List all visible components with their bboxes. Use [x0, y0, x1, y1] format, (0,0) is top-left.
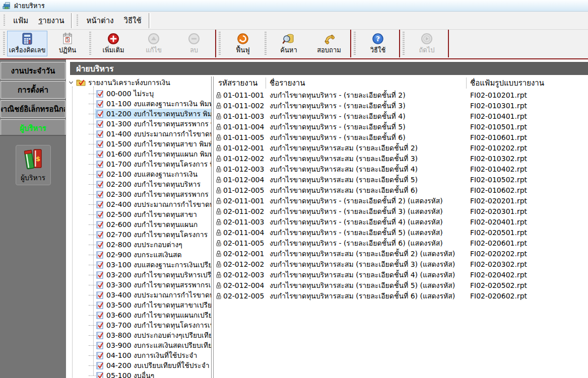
- tree-item[interactable]: 02-900 งบกระแสเงินสด: [66, 250, 211, 260]
- report-file: FI02-020402.rpt: [467, 271, 588, 279]
- grip[interactable]: [77, 15, 78, 27]
- tree-root-label: รายงานวิเคราะห์งบการเงิน: [88, 77, 170, 88]
- help-button[interactable]: ? วิธีใช้: [358, 31, 398, 56]
- tree-item[interactable]: 03-100 งบแสดงฐานะการเงินเปรียบ: [66, 260, 211, 270]
- delete-button: ลบ: [174, 31, 214, 56]
- column-header-name[interactable]: ชื่อรายงาน: [266, 78, 467, 89]
- sidebar-management[interactable]: ผู้บริหาร: [1, 119, 66, 137]
- calculator-button[interactable]: เครื่องคิดเลข: [7, 31, 47, 56]
- report-doc-check-icon: [96, 291, 103, 299]
- report-doc-check-icon: [96, 171, 103, 178]
- tree-item[interactable]: 02-500 งบกำไรขาดทุนสาขา: [66, 209, 211, 219]
- งบกำไรขาดทุนบริหารสะสม (รายละเอียดชั้นที่ 4) (แสดงรหัส)[interactable]: 02-012-003 งบกำไรขาดทุนบริหารสะสม (รายละ…: [214, 269, 588, 280]
- grip[interactable]: [89, 32, 91, 55]
- tree-item[interactable]: 02-300 งบกำไรขาดทุนสรรพากร: [66, 189, 211, 199]
- search-button[interactable]: ค้นหา: [269, 31, 309, 56]
- tree-item[interactable]: 03-200 งบกำไรขาดทุนบริหารเปรียบ: [66, 270, 211, 280]
- report-file: FI02-010601.rpt: [467, 133, 588, 141]
- add-button[interactable]: เพิ่มเติม: [93, 31, 134, 56]
- column-header-code[interactable]: รหัสรายงาน: [214, 78, 266, 89]
- งบกำไรขาดทุนบริหารสะสม (รายละเอียดชั้นที่ 2)[interactable]: 01-012-001 งบกำไรขาดทุนบริหารสะสม (รายละ…: [214, 142, 588, 153]
- report-doc-check-icon: [96, 362, 103, 369]
- งบกำไรขาดทุนบริหารสะสม (รายละเอียดชั้นที่ 6) (แสดงรหัส)[interactable]: 02-012-005 งบกำไรขาดทุนบริหารสะสม (รายละ…: [214, 290, 588, 301]
- report-doc-check-icon: [96, 241, 103, 249]
- tree-item[interactable]: 03-800 งบประกอบต่างๆเปรียบเทียบ: [66, 330, 211, 340]
- tree-item[interactable]: 03-900 งบกระแสเงินสดเปรียบเทียบ: [66, 340, 211, 350]
- tree-item[interactable]: 01-300 งบกำไรขาดทุนสรรพากร พิ: [66, 119, 211, 129]
- งบกำไรขาดทุนบริหาร - (รายละเอียดชั้นที่ 4) (แสดงรหัส)[interactable]: 02-011-003 งบกำไรขาดทุนบริหาร - (รายละเอ…: [214, 216, 588, 227]
- grip[interactable]: [265, 32, 267, 55]
- report-name: งบกำไรขาดทุนบริหาร - (รายละเอียดชั้นที่ …: [266, 195, 467, 206]
- chevron-down-icon[interactable]: [69, 80, 74, 85]
- grip[interactable]: [354, 32, 356, 55]
- tree-item[interactable]: 02-400 งบประมาณการกำไรขาดทุน: [66, 199, 211, 209]
- column-header-file[interactable]: ชื่อแฟ้มรูปแบบรายงาน: [467, 78, 588, 89]
- sidebar-settings[interactable]: การตั้งค่า: [1, 81, 66, 99]
- edit-icon: [147, 31, 160, 46]
- งบกำไรขาดทุนบริหารสะสม (รายละเอียดชั้นที่ 5)[interactable]: 01-012-004 งบกำไรขาดทุนบริหารสะสม (รายละ…: [214, 174, 588, 185]
- tree-root-node[interactable]: รายงานวิเคราะห์งบการเงิน: [66, 77, 211, 89]
- report-tree-panel: รายงานวิเคราะห์งบการเงิน 00-000 ไม่ระบุ …: [66, 77, 212, 378]
- menu-help[interactable]: วิธีใช้: [119, 13, 147, 28]
- งบกำไรขาดทุนบริหาร - (รายละเอียดชั้นที่ 4)[interactable]: 01-011-003 งบกำไรขาดทุนบริหาร - (รายละเอ…: [214, 111, 588, 121]
- management-shortcut-button[interactable]: $ ผู้บริหาร: [16, 145, 51, 185]
- งบกำไรขาดทุนบริหาร - (รายละเอียดชั้นที่ 6)[interactable]: 01-011-005 งบกำไรขาดทุนบริหาร - (รายละเอ…: [214, 132, 588, 142]
- งบกำไรขาดทุนบริหารสะสม (รายละเอียดชั้นที่ 4)[interactable]: 01-012-003 งบกำไรขาดทุนบริหารสะสม (รายละ…: [214, 164, 588, 174]
- grip[interactable]: [3, 32, 5, 55]
- tree-item[interactable]: 01-100 งบแสดงฐานะการเงิน พิมพ์เ: [66, 99, 211, 109]
- tree-item[interactable]: 03-700 งบกำไรขาดทุนโครงการเปรี: [66, 320, 211, 330]
- phone-icon: [322, 31, 336, 46]
- tree-item[interactable]: 02-200 งบกำไรขาดทุนบริหาร: [66, 179, 211, 189]
- grip[interactable]: [4, 15, 5, 27]
- งบกำไรขาดทุนบริหารสะสม (รายละเอียดชั้นที่ 2) (แสดงรหัส)[interactable]: 02-012-001 งบกำไรขาดทุนบริหารสะสม (รายละ…: [214, 248, 588, 259]
- tree-item[interactable]: 03-400 งบประมาณการกำไรขาดทุน: [66, 290, 211, 300]
- tree-item[interactable]: 01-600 งบกำไรขาดทุนแผนก พิมพ์: [66, 149, 211, 159]
- tree-item[interactable]: 02-800 งบประกอบต่างๆ: [66, 240, 211, 250]
- menu-report[interactable]: รายงาน: [33, 13, 69, 28]
- งบกำไรขาดทุนบริหารสะสม (รายละเอียดชั้นที่ 6)[interactable]: 01-012-005 งบกำไรขาดทุนบริหารสะสม (รายละ…: [214, 185, 588, 195]
- tree-item[interactable]: 04-100 งบการเงินที่ใช้ประจำ: [66, 350, 211, 360]
- sidebar-ecommerce[interactable]: พาณิชย์อิเล็กทรอนิกส์: [1, 100, 66, 118]
- งบกำไรขาดทุนบริหารสะสม (รายละเอียดชั้นที่ 5) (แสดงรหัส)[interactable]: 02-012-004 งบกำไรขาดทุนบริหารสะสม (รายละ…: [214, 280, 588, 290]
- calendar-icon: 5: [61, 31, 74, 46]
- refresh-button[interactable]: ฟื้นฟู: [223, 31, 263, 56]
- งบกำไรขาดทุนบริหาร - (รายละเอียดชั้นที่ 6) (แสดงรหัส)[interactable]: 02-011-005 งบกำไรขาดทุนบริหาร - (รายละเอ…: [214, 238, 588, 248]
- tree-item[interactable]: 03-300 งบกำไรขาดทุนสรรพากรเป: [66, 280, 211, 290]
- tree-item[interactable]: 01-400 งบประมาณการกำไรขาดทุน: [66, 129, 211, 139]
- lock-icon: [216, 240, 222, 247]
- tree-item[interactable]: 03-500 งบกำไรขาดทุนสาขาเปรียบ: [66, 300, 211, 310]
- งบกำไรขาดทุนบริหารสะสม (รายละเอียดชั้นที่ 3) (แสดงรหัส)[interactable]: 02-012-002 งบกำไรขาดทุนบริหารสะสม (รายละ…: [214, 259, 588, 269]
- tree-item[interactable]: 01-700 งบกำไรขาดทุนโครงการ พิม: [66, 159, 211, 169]
- lock-icon: [216, 271, 222, 278]
- grip[interactable]: [219, 32, 221, 55]
- งบกำไรขาดทุนบริหาร - (รายละเอียดชั้นที่ 3) (แสดงรหัส)[interactable]: 02-011-002 งบกำไรขาดทุนบริหาร - (รายละเอ…: [214, 206, 588, 216]
- menu-file[interactable]: แฟ้ม: [8, 13, 33, 28]
- tree-item[interactable]: 03-600 งบกำไรขาดทุนแผนกเปรียบ: [66, 310, 211, 320]
- tree-item[interactable]: 00-000 ไม่ระบุ: [66, 89, 211, 99]
- tree-item[interactable]: 02-100 งบแสดงฐานะการเงิน: [66, 169, 211, 179]
- งบกำไรขาดทุนบริหารสะสม (รายละเอียดชั้นที่ 3)[interactable]: 01-012-002 งบกำไรขาดทุนบริหารสะสม (รายละ…: [214, 153, 588, 164]
- งบกำไรขาดทุนบริหาร - (รายละเอียดชั้นที่ 2)[interactable]: 01-011-001 งบกำไรขาดทุนบริหาร - (รายละเอ…: [214, 90, 588, 100]
- tree-item[interactable]: 02-700 งบกำไรขาดทุนโครงการ: [66, 230, 211, 240]
- งบกำไรขาดทุนบริหาร - (รายละเอียดชั้นที่ 5)[interactable]: 01-011-004 งบกำไรขาดทุนบริหาร - (รายละเอ…: [214, 121, 588, 132]
- tree-item[interactable]: 01-500 งบกำไรขาดทุนสาขา พิมพ์เ: [66, 139, 211, 149]
- sidebar-daily-work[interactable]: งานประจำวัน: [1, 62, 66, 80]
- report-table-panel: รหัสรายงาน ชื่อรายงาน ชื่อแฟ้มรูปแบบรายง…: [213, 77, 588, 378]
- tree-item[interactable]: 01-200 งบกำไรขาดทุนบริหาร พิมพ์: [66, 109, 211, 119]
- tree-item[interactable]: 04-200 งบเปรียบเทียบที่ใช้ประจำ: [66, 360, 211, 370]
- report-code: 02-012-005: [223, 292, 264, 300]
- lock-icon: [216, 218, 222, 225]
- report-file: FI02-020501.rpt: [467, 229, 588, 237]
- งบกำไรขาดทุนบริหาร - (รายละเอียดชั้นที่ 3)[interactable]: 01-011-002 งบกำไรขาดทุนบริหาร - (รายละเอ…: [214, 100, 588, 111]
- งบกำไรขาดทุนบริหาร - (รายละเอียดชั้นที่ 5) (แสดงรหัส)[interactable]: 02-011-004 งบกำไรขาดทุนบริหาร - (รายละเอ…: [214, 227, 588, 238]
- menu-window[interactable]: หน้าต่าง: [81, 13, 118, 28]
- tree-item[interactable]: 02-600 งบกำไรขาดทุนแผนก: [66, 219, 211, 230]
- งบกำไรขาดทุนบริหาร - (รายละเอียดชั้นที่ 2) (แสดงรหัส)[interactable]: 02-011-001 งบกำไรขาดทุนบริหาร - (รายละเอ…: [214, 195, 588, 206]
- sidebar-lower-panel: $ ผู้บริหาร: [0, 135, 66, 378]
- window-titlebar: ฝ่ายบริหาร: [0, 0, 588, 12]
- tree-item[interactable]: 05-100 งบอื่นๆ: [66, 370, 211, 378]
- inquiry-button[interactable]: สอบถาม: [309, 31, 349, 56]
- grip[interactable]: [403, 32, 405, 55]
- report-code: 02-011-004: [223, 229, 264, 237]
- calendar-button[interactable]: 5 ปฏิทิน: [47, 31, 88, 56]
